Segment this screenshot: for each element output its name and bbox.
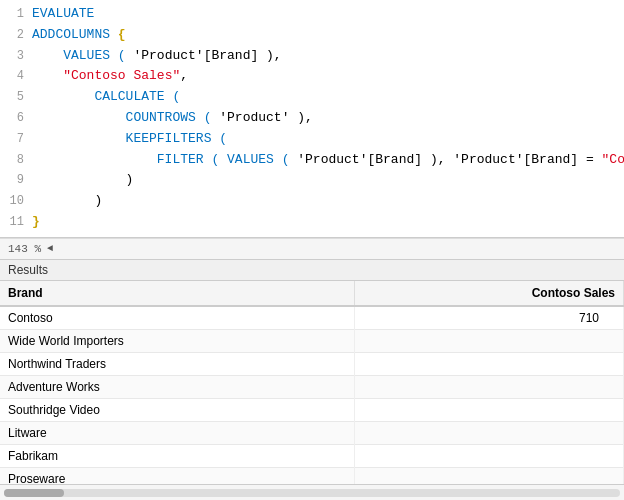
table-row: Contoso710 — [0, 306, 624, 330]
code-token: 'Product'[Brand] — [133, 48, 258, 63]
code-line: 9 ) — [0, 170, 624, 191]
line-number: 1 — [4, 5, 24, 24]
line-number: 4 — [4, 67, 24, 86]
zoom-level: 143 % — [8, 243, 41, 255]
code-token: EVALUATE — [32, 6, 94, 21]
horizontal-scrollbar[interactable] — [4, 489, 620, 497]
sales-cell — [355, 398, 624, 421]
results-table-container[interactable]: BrandContoso Sales Contoso710Wide World … — [0, 281, 624, 484]
code-token: 'Product' ), — [211, 110, 312, 125]
code-line: 2ADDCOLUMNS { — [0, 25, 624, 46]
code-token — [110, 27, 118, 42]
code-token: CALCULATE ( — [32, 89, 180, 104]
brand-cell: Adventure Works — [0, 375, 355, 398]
code-token: FILTER ( VALUES ( — [32, 152, 297, 167]
line-number: 8 — [4, 151, 24, 170]
line-content[interactable]: } — [32, 212, 620, 233]
code-line: 3 VALUES ( 'Product'[Brand] ), — [0, 46, 624, 67]
brand-cell: Contoso — [0, 306, 355, 330]
brand-cell: Wide World Importers — [0, 329, 355, 352]
code-token: , — [180, 68, 188, 83]
table-row: Adventure Works — [0, 375, 624, 398]
code-lines: 1EVALUATE2ADDCOLUMNS {3 VALUES ( 'Produc… — [0, 4, 624, 233]
code-token: = — [578, 152, 601, 167]
table-body: Contoso710Wide World ImportersNorthwind … — [0, 306, 624, 484]
sales-cell — [355, 352, 624, 375]
line-number: 11 — [4, 213, 24, 232]
code-line: 4 "Contoso Sales", — [0, 66, 624, 87]
line-number: 2 — [4, 26, 24, 45]
line-content[interactable]: "Contoso Sales", — [32, 66, 620, 87]
line-content[interactable]: EVALUATE — [32, 4, 620, 25]
code-token: ), — [422, 152, 453, 167]
brand-cell: Fabrikam — [0, 444, 355, 467]
table-column-header: Contoso Sales — [355, 281, 624, 306]
code-token: KEEPFILTERS ( — [32, 131, 227, 146]
table-row: Fabrikam — [0, 444, 624, 467]
results-panel: Results BrandContoso Sales Contoso710Wid… — [0, 260, 624, 500]
table-header: BrandContoso Sales — [0, 281, 624, 306]
code-token: } — [32, 214, 40, 229]
code-line: 6 COUNTROWS ( 'Product' ), — [0, 108, 624, 129]
line-content[interactable]: ) — [32, 191, 620, 212]
scroll-left-arrow[interactable]: ◄ — [47, 243, 53, 254]
line-content[interactable]: VALUES ( 'Product'[Brand] ), — [32, 46, 620, 67]
code-line: 11} — [0, 212, 624, 233]
table-row: Wide World Importers — [0, 329, 624, 352]
code-token: 'Product'[Brand] — [297, 152, 422, 167]
code-token: { — [118, 27, 126, 42]
code-editor: 1EVALUATE2ADDCOLUMNS {3 VALUES ( 'Produc… — [0, 0, 624, 238]
line-number: 9 — [4, 171, 24, 190]
line-number: 6 — [4, 109, 24, 128]
line-content[interactable]: ADDCOLUMNS { — [32, 25, 620, 46]
brand-cell: Proseware — [0, 467, 355, 484]
status-bar: 143 % ◄ — [0, 238, 624, 260]
code-token: 'Product'[Brand] — [453, 152, 578, 167]
table-row: Northwind Traders — [0, 352, 624, 375]
sales-cell — [355, 467, 624, 484]
sales-cell — [355, 375, 624, 398]
line-content[interactable]: CALCULATE ( — [32, 87, 620, 108]
line-content[interactable]: ) — [32, 170, 620, 191]
sales-cell: 710 — [355, 306, 624, 330]
code-token: COUNTROWS ( — [32, 110, 211, 125]
code-line: 7 KEEPFILTERS ( — [0, 129, 624, 150]
code-token — [32, 68, 63, 83]
bottom-bar — [0, 484, 624, 500]
code-token: ) — [32, 172, 133, 187]
code-token: VALUES ( — [32, 48, 133, 63]
line-content[interactable]: KEEPFILTERS ( — [32, 129, 620, 150]
code-token: "Contoso Sales" — [63, 68, 180, 83]
table-column-header: Brand — [0, 281, 355, 306]
results-table: BrandContoso Sales Contoso710Wide World … — [0, 281, 624, 484]
code-line: 10 ) — [0, 191, 624, 212]
table-row: Proseware — [0, 467, 624, 484]
brand-cell: Southridge Video — [0, 398, 355, 421]
line-number: 3 — [4, 47, 24, 66]
code-token: ), — [258, 48, 281, 63]
scrollbar-thumb[interactable] — [4, 489, 64, 497]
line-number: 5 — [4, 88, 24, 107]
code-token: ADDCOLUMNS — [32, 27, 110, 42]
code-line: 1EVALUATE — [0, 4, 624, 25]
sales-cell — [355, 421, 624, 444]
code-line: 8 FILTER ( VALUES ( 'Product'[Brand] ), … — [0, 150, 624, 171]
sales-cell — [355, 444, 624, 467]
line-number: 7 — [4, 130, 24, 149]
sales-cell — [355, 329, 624, 352]
table-row: Litware — [0, 421, 624, 444]
code-token: ) — [32, 193, 102, 208]
table-row: Southridge Video — [0, 398, 624, 421]
code-line: 5 CALCULATE ( — [0, 87, 624, 108]
line-content[interactable]: COUNTROWS ( 'Product' ), — [32, 108, 620, 129]
brand-cell: Northwind Traders — [0, 352, 355, 375]
line-number: 10 — [4, 192, 24, 211]
code-token: "Contoso" — [602, 152, 624, 167]
line-content[interactable]: FILTER ( VALUES ( 'Product'[Brand] ), 'P… — [32, 150, 624, 171]
results-header: Results — [0, 260, 624, 281]
brand-cell: Litware — [0, 421, 355, 444]
